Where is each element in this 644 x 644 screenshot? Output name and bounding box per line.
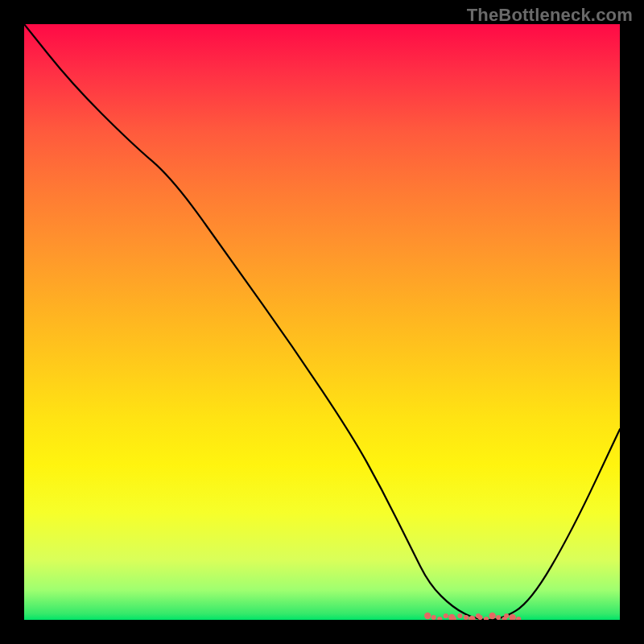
marker-dot <box>516 617 521 620</box>
curve-layer <box>24 24 620 620</box>
chart-frame: TheBottleneck.com <box>0 0 644 644</box>
marker-dot <box>464 615 469 620</box>
watermark-text: TheBottleneck.com <box>467 5 633 26</box>
marker-dot <box>457 613 462 618</box>
marker-dot <box>477 615 482 620</box>
marker-dot <box>504 613 509 618</box>
marker-dot <box>424 613 431 619</box>
plot-area <box>24 24 620 620</box>
minimum-marker-cluster <box>424 613 521 620</box>
marker-dot <box>496 615 501 620</box>
marker-dot <box>484 617 489 620</box>
bottleneck-curve-path <box>24 24 620 620</box>
marker-dot <box>510 614 516 620</box>
marker-dot <box>489 613 495 619</box>
marker-dot <box>431 615 436 620</box>
marker-dot <box>444 613 448 618</box>
marker-dot <box>437 617 442 620</box>
